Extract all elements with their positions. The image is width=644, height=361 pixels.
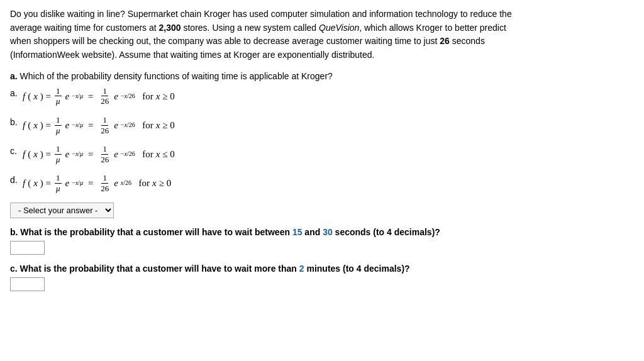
intro-text7: (InformationWeek website). Assume that w… (10, 50, 374, 60)
answer-select[interactable]: - Select your answer - a b c d (10, 203, 114, 218)
intro-text3: stores. Using a new system called (181, 23, 319, 33)
option-d-math: f(x) = 1 μ e−x/μ = 1 26 ex/26 for x ≥ 0 (23, 173, 171, 193)
intro-text4: , which allows Kroger to better predict (359, 23, 506, 33)
question-c-label: c. What is the probability that a custom… (10, 264, 634, 274)
answer-b-input[interactable] (10, 241, 45, 255)
stores-value: 2,300 (159, 23, 181, 33)
intro-paragraph: Do you dislike waiting in line? Supermar… (10, 8, 634, 62)
question-a-label: a. Which of the probability density func… (10, 71, 634, 81)
system-name: QueVision (319, 23, 359, 33)
option-d-letter: d. (10, 173, 23, 187)
intro-text5: when shoppers will be checking out, the … (10, 36, 440, 46)
option-d-row: d. f(x) = 1 μ e−x/μ = 1 26 ex/26 for x ≥… (10, 173, 634, 193)
intro-text1: Do you dislike waiting in line? Supermar… (10, 9, 512, 19)
option-c-row: c. f(x) = 1 μ e−x/μ = 1 26 e−x/26 for x … (10, 144, 634, 164)
question-c-container: c. What is the probability that a custom… (10, 264, 634, 291)
option-a-math: f(x) = 1 μ e−x/μ = 1 26 e−x/26 for x ≥ 0 (23, 86, 175, 106)
intro-text2: average waiting time for customers at (10, 23, 159, 33)
intro-text6: seconds (450, 36, 485, 46)
option-a-row: a. f(x) = 1 μ e−x/μ = 1 26 e−x/26 for x … (10, 86, 634, 106)
select-answer-container[interactable]: - Select your answer - a b c d (10, 203, 634, 218)
option-b-letter: b. (10, 115, 23, 129)
answer-c-input[interactable] (10, 277, 45, 291)
option-c-letter: c. (10, 144, 23, 158)
question-b-label: b. What is the probability that a custom… (10, 227, 634, 237)
option-b-row: b. f(x) = 1 μ e−x/μ = 1 26 e−x/26 for x … (10, 115, 634, 135)
option-c-math: f(x) = 1 μ e−x/μ = 1 26 e−x/26 for x ≤ 0 (23, 144, 175, 164)
option-b-math: f(x) = 1 μ e−x/μ = 1 26 e−x/26 for x ≥ 0 (23, 115, 175, 135)
seconds-value: 26 (440, 36, 450, 46)
option-a-letter: a. (10, 86, 23, 100)
question-b-container: b. What is the probability that a custom… (10, 227, 634, 255)
